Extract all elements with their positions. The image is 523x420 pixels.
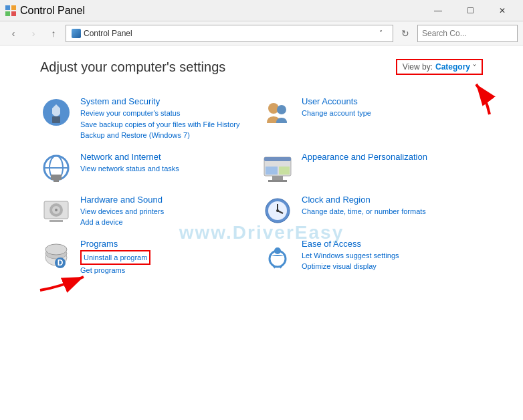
network-internet-icon [40,152,72,184]
svg-point-10 [277,105,286,114]
address-icon [72,29,81,38]
address-bar: ‹ › ↑ Control Panel ˅ ↻ [0,21,523,45]
view-by-selector[interactable]: View by: Category ˅ [396,59,483,75]
control-panel-icon [5,5,16,16]
svg-rect-17 [264,157,291,161]
categories-grid: System and Security Review your computer… [40,91,483,282]
hardware-sound-title[interactable]: Hardware and Sound [80,195,262,205]
ease-access-icon [262,239,294,271]
up-button[interactable]: ↑ [45,25,62,41]
view-by-label: View by: [403,62,433,72]
svg-rect-19 [279,167,290,175]
category-appearance: Appearance and Personalization [262,146,483,189]
category-programs: D Programs Uninstall a program Get progr… [40,233,262,282]
hardware-sound-sub1[interactable]: View devices and printers [80,206,262,217]
forward-button[interactable]: › [25,25,41,41]
refresh-button[interactable]: ↻ [397,25,413,41]
svg-rect-0 [5,5,10,10]
view-by-value: Category [435,62,470,72]
system-security-icon [40,96,72,128]
clock-region-sub1[interactable]: Change date, time, or number formats [302,206,483,217]
svg-rect-8 [52,116,60,123]
programs-uninstall[interactable]: Uninstall a program [80,250,150,266]
svg-rect-18 [266,167,278,175]
appearance-title[interactable]: Appearance and Personalization [302,152,483,162]
category-system-security: System and Security Review your computer… [40,91,262,146]
category-ease-access: Ease of Access Let Windows suggest setti… [262,233,483,282]
title-bar-title: Control Panel [20,5,85,17]
minimize-button[interactable]: — [423,0,453,21]
svg-point-34 [45,244,67,255]
system-security-sub3[interactable]: Backup and Restore (Windows 7) [80,130,262,141]
svg-rect-2 [5,11,10,16]
address-dropdown-icon[interactable]: ˅ [374,29,387,37]
programs-icon: D [40,239,72,271]
category-network-internet: Network and Internet View network status… [40,146,262,189]
hardware-sound-icon [40,195,72,227]
svg-rect-3 [11,11,16,16]
svg-point-25 [55,209,58,211]
back-button[interactable]: ‹ [5,25,21,41]
ease-access-sub1[interactable]: Let Windows suggest settings [302,250,483,261]
svg-rect-1 [11,5,16,10]
view-by-dropdown-icon[interactable]: ˅ [473,64,476,71]
svg-rect-20 [272,176,283,180]
category-hardware-sound: Hardware and Sound View devices and prin… [40,189,262,233]
system-security-sub1[interactable]: Review your computer's status [80,108,262,119]
svg-rect-21 [268,180,287,182]
clock-region-title[interactable]: Clock and Region [302,195,483,205]
programs-title[interactable]: Programs [80,239,262,249]
user-accounts-title[interactable]: User Accounts [302,96,483,106]
title-bar: Control Panel — ☐ ✕ [0,0,523,21]
network-internet-title[interactable]: Network and Internet [80,152,262,162]
svg-rect-14 [51,175,62,180]
user-accounts-icon [262,96,294,128]
content-area: www.DriverEasy Adjust your computer's se… [0,45,523,420]
search-box[interactable] [417,25,518,42]
user-accounts-sub1[interactable]: Change account type [302,108,483,119]
maximize-button[interactable]: ☐ [455,0,486,21]
close-button[interactable]: ✕ [487,0,518,21]
svg-text:D: D [58,258,64,268]
svg-point-31 [276,209,279,212]
page-header: Adjust your computer's settings View by:… [40,59,483,75]
address-text: Control Panel [84,29,132,38]
hardware-sound-sub2[interactable]: Add a device [80,217,262,228]
category-user-accounts: User Accounts Change account type [262,91,483,146]
programs-get[interactable]: Get programs [80,265,262,276]
search-input[interactable] [422,29,522,38]
page-title: Adjust your computer's settings [40,60,225,75]
category-clock-region: Clock and Region Change date, time, or n… [262,189,483,233]
ease-access-sub2[interactable]: Optimize visual display [302,261,483,272]
svg-rect-15 [54,180,59,182]
address-box[interactable]: Control Panel ˅ [66,25,393,42]
appearance-icon [262,152,294,184]
clock-region-icon [262,195,294,227]
svg-rect-26 [49,220,63,222]
system-security-title[interactable]: System and Security [80,96,262,106]
ease-access-title[interactable]: Ease of Access [302,239,483,249]
system-security-sub2[interactable]: Save backup copies of your files with Fi… [80,119,262,130]
network-internet-sub1[interactable]: View network status and tasks [80,163,262,175]
